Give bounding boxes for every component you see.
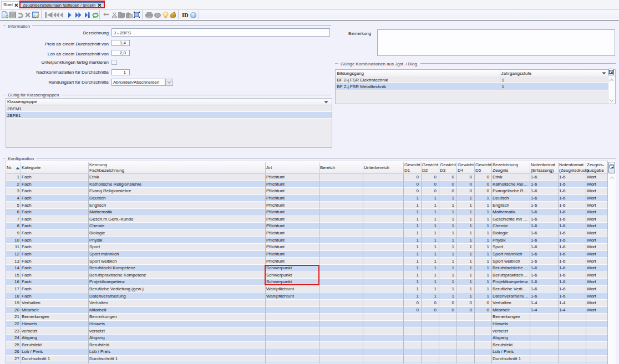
svg-text:?: ?: [192, 13, 194, 18]
